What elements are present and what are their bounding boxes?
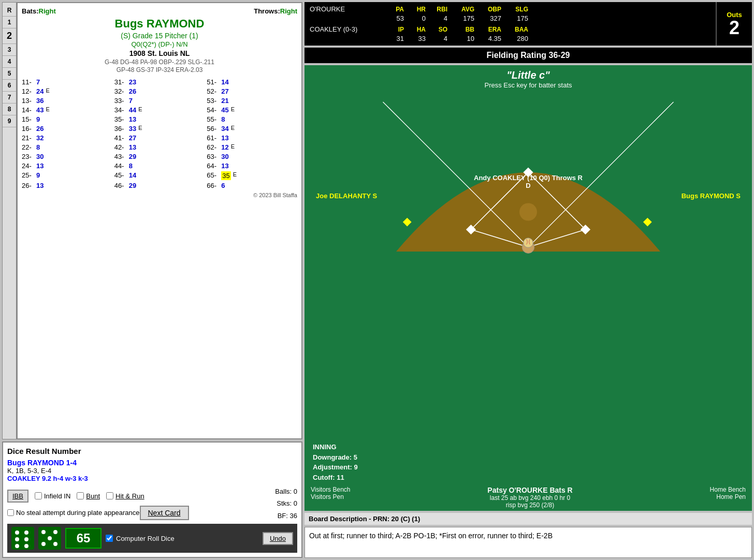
pitcher-name: COAKLEY (0-3) xyxy=(310,25,382,33)
col-so: SO xyxy=(426,26,447,33)
ibb-button[interactable]: IBB xyxy=(7,490,28,503)
field-header: "Little c" Press Esc key for batter stat… xyxy=(304,65,752,93)
row-numbers: R 1 2 3 4 5 6 7 8 9 xyxy=(2,2,17,439)
pitcher-ha: 33 xyxy=(404,35,426,42)
list-item: 41-27 xyxy=(114,134,205,142)
controls-row: IBB Infield IN Bunt Hit & Run xyxy=(7,490,189,503)
batter-info-center: Patsy O'ROURKE Bats R last 25 ab bvg 240… xyxy=(487,486,572,509)
bunt-checkbox[interactable] xyxy=(77,492,84,499)
list-item: 46-29 xyxy=(114,181,205,190)
list-item: 22-8 xyxy=(22,143,112,152)
hit-run-checkbox[interactable] xyxy=(106,492,113,499)
list-item: 54-45 E xyxy=(207,106,297,114)
next-card-button[interactable]: Next Card xyxy=(140,506,189,520)
little-c-title: "Little c" xyxy=(309,69,748,81)
list-item: 21-32 xyxy=(22,134,112,142)
card-header: Bats:Right Throws:Right xyxy=(22,7,297,15)
stats-bar: O'ROURKE PA HR RBI AVG OBP SLG 53 0 4 17… xyxy=(304,2,752,46)
list-item: 11-7 xyxy=(22,78,112,86)
pitcher-baa: 280 xyxy=(501,35,528,42)
col-era: ERA xyxy=(474,26,501,33)
player-stats2: GP-48 GS-37 IP-324 ERA-2.03 xyxy=(22,66,297,73)
list-item: 16-26 xyxy=(22,124,112,133)
batter-slg: 175 xyxy=(501,14,528,22)
computer-roll-checkbox[interactable] xyxy=(106,535,113,542)
batter-name: O'ROURKE xyxy=(310,5,382,13)
balls-stks-bf: Balls: 0 Stks: 0 BF: 36 xyxy=(275,485,297,522)
list-item: 33-7 xyxy=(114,96,205,105)
list-item: 51-14 xyxy=(207,78,297,86)
col-pa: PA xyxy=(382,6,404,13)
fielding-rating-bar: Fielding Rating 36-29 xyxy=(304,48,752,63)
col-avg: AVG xyxy=(447,6,474,13)
infield-in-checkbox[interactable] xyxy=(35,492,42,499)
copyright: © 2023 Bill Staffa xyxy=(22,192,297,198)
row-8: 8 xyxy=(3,104,16,115)
list-item: 43-29 xyxy=(114,152,205,161)
list-item: 14-43 E xyxy=(22,106,112,114)
batter-bench-row: Visitors Bench Visitors Pen Patsy O'ROUR… xyxy=(304,486,752,509)
list-item: 62-12 E xyxy=(207,143,297,152)
outs-number: 2 xyxy=(729,19,740,37)
list-item: 34-44 E xyxy=(114,106,205,114)
player-card: Bats:Right Throws:Right Bugs RAYMOND (S)… xyxy=(17,2,302,439)
list-item: 44-8 xyxy=(114,161,205,170)
list-item: 31-23 xyxy=(114,78,205,86)
outs-box: Outs 2 xyxy=(716,2,752,46)
list-item: 65-35 E xyxy=(207,171,297,181)
infield-in-label[interactable]: Infield IN xyxy=(35,492,70,500)
batter-avg: 175 xyxy=(447,14,474,22)
home-bench: Home Bench Home Pen xyxy=(710,486,746,500)
dice-result-pitcher-line: COAKLEY 9.2 h-4 w-3 k-3 xyxy=(7,475,297,482)
little-c-sub: Press Esc key for batter stats xyxy=(309,81,748,89)
list-item: 35-13 xyxy=(114,115,205,124)
list-item: 25-9 xyxy=(22,171,112,181)
pitcher-bb: 10 xyxy=(447,35,474,42)
no-steal-checkbox[interactable] xyxy=(7,509,14,516)
row-9: 9 xyxy=(3,115,16,127)
list-item: 15-9 xyxy=(22,115,112,124)
list-item: 32-26 xyxy=(114,87,205,96)
list-item: 42-13 xyxy=(114,143,205,152)
dice-result-player-name: Bugs RAYMOND 1-4 xyxy=(7,459,297,467)
undo-button[interactable]: Undo xyxy=(263,532,293,545)
batter-pa: 53 xyxy=(382,14,404,22)
stats-left: O'ROURKE PA HR RBI AVG OBP SLG 53 0 4 17… xyxy=(304,2,716,46)
bunt-label[interactable]: Bunt xyxy=(77,492,100,500)
list-item: 26-13 xyxy=(22,181,112,190)
batter-obp: 327 xyxy=(474,14,501,22)
field-container: "Little c" Press Esc key for batter stat… xyxy=(304,65,752,511)
col-hr: HR xyxy=(404,6,426,13)
list-item: 55-8 xyxy=(207,115,297,124)
pitcher-ip: 31 xyxy=(382,35,404,42)
list-item: 52-27 xyxy=(207,87,297,96)
batter-hr: 0 xyxy=(404,14,426,22)
col-ha: HA xyxy=(404,26,426,33)
pitcher-era: 4.35 xyxy=(474,35,501,42)
svg-point-10 xyxy=(524,238,533,248)
hit-run-label[interactable]: Hit & Run xyxy=(106,492,144,500)
col-slg: SLG xyxy=(501,6,528,13)
dice-result-line: K, 1B, 5-3, E-4 xyxy=(7,467,297,475)
dice-result-panel: Dice Result Number Bugs RAYMOND 1-4 K, 1… xyxy=(2,441,302,558)
col-baa: BAA xyxy=(501,26,528,33)
results-grid: 11-731-2351-1412-24 E32-2652-2713-3633-7… xyxy=(22,78,297,190)
row-7: 7 xyxy=(3,92,16,104)
col-ip: IP xyxy=(382,26,404,33)
player-subtitle: (S) Grade 15 Pitcher (1) xyxy=(22,32,297,40)
dice-result-title: Dice Result Number xyxy=(7,447,297,455)
bats-label: Bats:Right xyxy=(22,7,56,15)
player-stats1: G-48 DG-48 PA-98 OBP-.229 SLG-.211 xyxy=(22,58,297,66)
inning-info: INNING Downgrade: 5 Adjustment: 9 Cutoff… xyxy=(313,442,358,482)
list-item: 53-21 xyxy=(207,96,297,105)
list-item: 66-6 xyxy=(207,181,297,190)
throws-label: Throws:Right xyxy=(254,7,297,15)
batter-rbi: 4 xyxy=(426,14,447,22)
no-steal-label[interactable]: No steal attempt during plate appearance xyxy=(7,509,140,517)
board-desc-label: Board Description - PRN: 20 (C) (1) xyxy=(304,513,752,525)
computer-roll-label: Computer Roll Dice xyxy=(116,535,175,542)
list-item: 12-24 E xyxy=(22,87,112,96)
row-5: 5 xyxy=(3,68,16,80)
svg-point-8 xyxy=(519,203,537,221)
dice-number: 65 xyxy=(65,528,102,549)
